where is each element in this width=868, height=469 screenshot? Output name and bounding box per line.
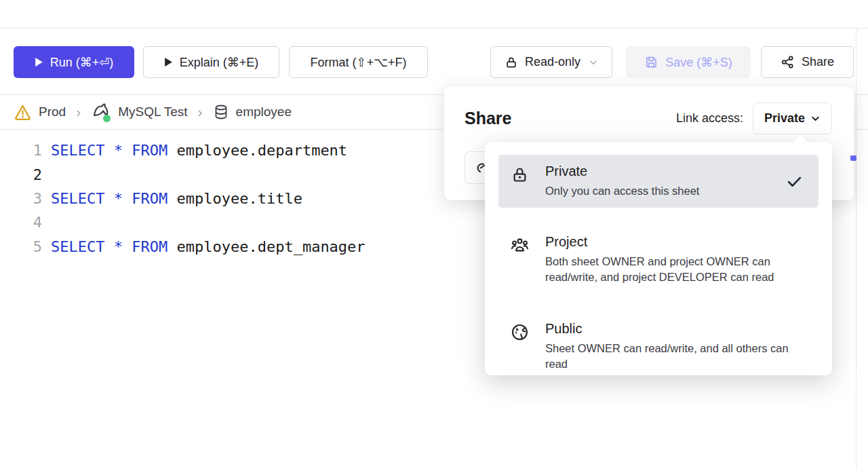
link-access-value: Private (764, 111, 805, 126)
option-description: Only you can access this sheet (545, 183, 699, 199)
link-access-menu: Private Only you can access this sheet P… (485, 142, 832, 375)
play-icon (164, 57, 173, 67)
share-icon (781, 55, 795, 69)
link-access-dropdown-button[interactable]: Private (753, 102, 832, 134)
play-icon (35, 57, 43, 67)
option-description: Sheet OWNER can read/write, and all othe… (545, 341, 804, 372)
access-option-public[interactable]: Public Sheet OWNER can read/write, and a… (498, 312, 818, 381)
readonly-mode-dropdown[interactable]: Read-only (490, 46, 612, 78)
users-group-icon (511, 236, 529, 257)
lock-icon (505, 56, 518, 69)
explain-button[interactable]: Explain (⌘+E) (143, 46, 279, 78)
database-crumb[interactable]: employee (213, 104, 292, 120)
format-button[interactable]: Format (⇧+⌥+F) (289, 46, 428, 78)
option-title: Public (545, 321, 804, 337)
share-button[interactable]: Share (761, 46, 854, 78)
run-button[interactable]: Run (⌘+⏎) (14, 46, 134, 78)
chevron-down-icon (589, 58, 598, 67)
access-option-private[interactable]: Private Only you can access this sheet (498, 155, 818, 208)
line-number: 1 (0, 142, 42, 159)
save-button-label: Save (⌘+S) (665, 55, 732, 70)
environment-label: Prod (39, 105, 66, 119)
share-button-label: Share (802, 55, 834, 69)
breadcrumb-separator: › (198, 104, 203, 120)
line-number: 5 (0, 238, 42, 255)
link-access-label: Link access: (676, 111, 743, 126)
line-number-active: 2 (0, 166, 42, 183)
readonly-mode-label: Read-only (525, 55, 580, 69)
underlying-panel-accent (850, 155, 856, 161)
save-icon (644, 55, 658, 69)
save-button[interactable]: Save (⌘+S) (626, 46, 751, 78)
access-option-project[interactable]: Project Both sheet OWNER and project OWN… (498, 225, 818, 294)
format-button-label: Format (⇧+⌥+F) (311, 55, 407, 70)
share-popover-title: Share (465, 109, 511, 128)
instance-label: MySQL Test (118, 105, 187, 119)
run-button-label: Run (⌘+⏎) (50, 55, 114, 70)
lock-icon (511, 166, 529, 187)
chevron-down-icon (810, 113, 821, 124)
option-description: Both sheet OWNER and project OWNER can r… (545, 254, 804, 285)
line-number: 4 (0, 214, 42, 231)
option-title: Private (545, 164, 699, 179)
line-number: 3 (0, 190, 42, 207)
top-divider (0, 28, 868, 29)
warning-icon (14, 103, 32, 121)
option-title: Project (545, 234, 804, 250)
instance-crumb[interactable]: MySQL Test (91, 102, 187, 122)
explain-button-label: Explain (⌘+E) (180, 55, 259, 70)
mysql-icon (91, 102, 111, 122)
database-label: employee (236, 105, 292, 119)
database-icon (213, 104, 229, 120)
check-icon (785, 172, 804, 193)
environment-crumb[interactable]: Prod (14, 103, 66, 121)
breadcrumb-separator: › (76, 104, 81, 120)
globe-icon (511, 323, 529, 344)
